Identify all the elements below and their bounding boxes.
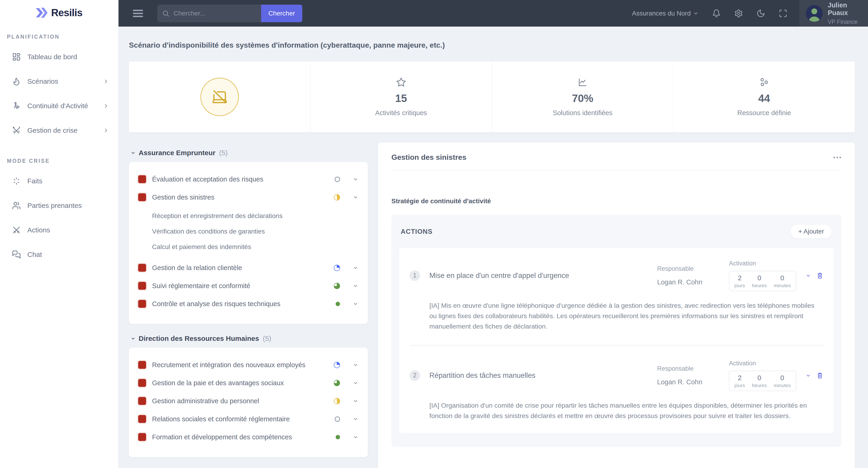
activity-label: Gestion des sinistres (152, 194, 334, 201)
group-count: (5) (219, 149, 228, 157)
responsable-value[interactable]: Logan R. Cohn (657, 378, 726, 386)
criticality-square-icon (138, 433, 146, 441)
sidebar-item-scenarios[interactable]: Scénarios (0, 69, 118, 94)
org-selector[interactable]: Assurances du Nord (632, 10, 699, 17)
stat-solutions-identifiees: 70% Solutions identifiées (492, 62, 673, 132)
stat-value: 44 (758, 92, 770, 104)
group-header-drh[interactable]: Direction des Ressources Humaines (5) (130, 335, 368, 342)
search-button[interactable]: Chercher (261, 5, 302, 22)
action-number-badge: 2 (409, 370, 420, 381)
activity-row[interactable]: Suivi réglementaire et conformité (129, 277, 368, 295)
activity-row[interactable]: Contrôle et analyse des risques techniqu… (129, 295, 368, 313)
activity-row[interactable]: Formation et développement des compétenc… (129, 428, 368, 446)
detail-title: Gestion des sinistres (392, 153, 833, 162)
chevron-down-icon[interactable] (352, 265, 359, 271)
activity-label: Gestion de la relation clientèle (152, 264, 334, 272)
chevron-down-icon[interactable] (352, 301, 359, 307)
activity-row[interactable]: Gestion des sinistres (129, 188, 368, 206)
activity-label: Recrutement et intégration des nouveaux … (152, 361, 334, 369)
fire-icon (12, 77, 21, 86)
sub-activity[interactable]: Réception et enregistrement des déclarat… (129, 208, 368, 224)
group-header-assurance-emprunteur[interactable]: Assurance Emprunteur (5) (130, 149, 368, 157)
activity-label: Relations sociales et conformité régleme… (152, 415, 335, 423)
sidebar-item-tableau-de-bord[interactable]: Tableau de bord (0, 45, 118, 69)
activation-hours[interactable]: 0 heures (752, 274, 767, 288)
sidebar-item-label: Continuité d'Activité (27, 102, 103, 110)
chevron-down-icon[interactable] (352, 398, 359, 404)
activity-label: Évaluation et acceptation des risques (152, 175, 335, 183)
action-row-2: 2 Répartition des tâches manuelles Respo… (409, 360, 823, 421)
action-description: [IA] Mis en œuvre d'une ligne téléphoniq… (429, 300, 823, 332)
detail-card: Gestion des sinistres Stratégie de conti… (378, 142, 855, 468)
activity-row[interactable]: Gestion de la relation clientèle (129, 259, 368, 277)
bell-icon[interactable] (712, 9, 721, 18)
gear-icon[interactable] (734, 9, 743, 18)
activities-column: Assurance Emprunteur (5) Évaluation et a… (129, 142, 368, 457)
user-menu[interactable]: Julien Puaux VP Finance (800, 0, 868, 27)
activation-hours[interactable]: 0 heures (752, 374, 767, 388)
chevron-down-icon[interactable] (352, 416, 359, 422)
main-content: Scénario d'indisponibilité des systèmes … (119, 27, 868, 468)
page-title: Scénario d'indisponibilité des systèmes … (129, 41, 855, 49)
responsable-label: Responsable (657, 265, 726, 272)
moon-icon[interactable] (756, 9, 765, 18)
progress-pie-0 (335, 177, 340, 182)
sidebar-item-continuite[interactable]: Continuité d'Activité (0, 94, 118, 118)
fullscreen-icon[interactable] (779, 9, 787, 18)
chevron-down-icon[interactable] (352, 434, 359, 440)
sub-activity[interactable]: Vérification des conditions de garanties (129, 224, 368, 239)
activation-minutes[interactable]: 0 minutes (774, 274, 791, 288)
sidebar-item-label: Chat (27, 250, 109, 259)
continuity-icon (12, 101, 21, 110)
sidebar-item-gestion-de-crise[interactable]: Gestion de crise (0, 118, 118, 143)
activity-row[interactable]: Relations sociales et conformité régleme… (129, 410, 368, 428)
activation-days[interactable]: 2 jours (735, 274, 745, 288)
chevron-down-icon[interactable] (352, 362, 359, 368)
sidebar-item-faits[interactable]: Faits (0, 169, 118, 193)
collapse-chevron-icon[interactable] (805, 372, 811, 378)
more-menu-icon[interactable] (833, 155, 841, 161)
activation-days[interactable]: 2 jours (735, 374, 745, 388)
search-box (157, 5, 261, 22)
chevron-down-icon[interactable] (352, 283, 359, 289)
chevron-down-icon[interactable] (352, 194, 359, 200)
activity-row[interactable]: Recrutement et intégration des nouveaux … (129, 356, 368, 374)
sub-activity[interactable]: Calcul et paiement des indemnités (129, 239, 368, 255)
activation-minutes[interactable]: 0 minutes (774, 374, 791, 388)
responsable-value[interactable]: Logan R. Cohn (657, 278, 726, 286)
star-icon (396, 77, 406, 88)
sub-activities: Réception et enregistrement des déclarat… (129, 208, 368, 255)
activity-label: Formation et développement des compétenc… (152, 433, 336, 441)
menu-icon[interactable] (133, 8, 143, 19)
activation-delay-box[interactable]: 2 jours 0 heures 0 (729, 271, 796, 291)
activity-row[interactable]: Évaluation et acceptation des risques (129, 170, 368, 188)
progress-pie-100 (336, 302, 340, 306)
user-role: VP Finance (828, 19, 863, 25)
add-action-button[interactable]: + Ajouter (790, 224, 832, 239)
sidebar-item-label: Actions (27, 226, 109, 234)
activity-row[interactable]: Gestion administrative du personnel (129, 392, 368, 410)
collapse-chevron-icon[interactable] (805, 273, 811, 279)
user-name: Julien Puaux (828, 1, 863, 16)
progress-pie-75 (334, 380, 340, 386)
activity-label: Gestion administrative du personnel (152, 397, 334, 405)
laptop-off-icon (211, 88, 228, 105)
activity-row[interactable]: Gestion de la paie et des avantages soci… (129, 374, 368, 392)
delete-icon[interactable] (816, 372, 823, 379)
chevron-down-icon[interactable] (352, 380, 359, 386)
action-title: Répartition des tâches manuelles (429, 371, 657, 380)
brand-chevrons-icon (36, 7, 48, 18)
search-input[interactable] (174, 10, 256, 17)
action-row-1: 1 Mise en place d'un centre d'appel d'ur… (409, 260, 823, 332)
sidebar-item-chat[interactable]: Chat (0, 242, 118, 267)
sidebar-item-label: Tableau de bord (27, 53, 109, 61)
users-icon (12, 201, 21, 210)
brand-logo[interactable]: Resilis (0, 7, 118, 19)
sidebar-item-actions[interactable]: Actions (0, 218, 118, 242)
activation-delay-box[interactable]: 2 jours 0 heures 0 (729, 371, 796, 391)
burst-icon (12, 177, 21, 186)
sidebar-item-parties-prenantes[interactable]: Parties prenantes (0, 193, 118, 218)
chevron-down-icon[interactable] (352, 176, 359, 182)
delete-icon[interactable] (816, 272, 823, 279)
search-group: Chercher (157, 5, 302, 22)
